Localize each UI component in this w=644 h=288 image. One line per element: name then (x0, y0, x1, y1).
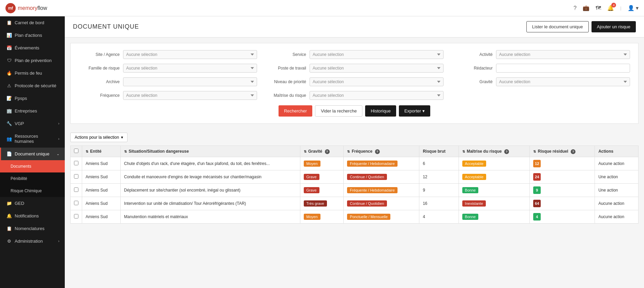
residuel-badge: 24 (533, 173, 541, 181)
search-button[interactable]: Rechercher (279, 105, 312, 117)
gravite-control: Aucune sélection (496, 77, 630, 86)
sidebar-item-label: Plan d'actions (15, 33, 42, 38)
cell-gravite: Moyen (300, 210, 344, 224)
sort-residuel-icon: ⇅ (533, 150, 536, 153)
sidebar-item-label: Administration (15, 239, 43, 244)
row-checkbox[interactable] (74, 214, 78, 218)
col-gravite-label: Gravité (308, 149, 322, 154)
sidebar-item-penibilite[interactable]: Pénibilité (0, 172, 65, 185)
bell-icon[interactable]: 🔔 4 (607, 5, 614, 11)
cell-situation: Chute d'objets d'un rack, d'une étagère,… (120, 157, 300, 170)
redacteur-control (496, 64, 630, 73)
cell-entite: Amiens Sud (82, 184, 121, 197)
cell-actions: Aucune action (595, 197, 639, 210)
select-all-header[interactable] (71, 146, 82, 157)
filter-activite: Activité Aucune sélection (452, 50, 630, 59)
cell-situation: Déplacement sur site/chantier (sol encom… (120, 184, 300, 197)
cell-actions: Une action (595, 170, 639, 184)
maitrise-control: Aucune sélection (310, 91, 444, 100)
logo[interactable]: mf memoryflow (5, 3, 47, 13)
redacteur-input[interactable] (496, 64, 630, 73)
col-actions: Actions (595, 146, 639, 157)
sort-situation-icon: ⇅ (124, 150, 127, 153)
residuel-badge: 4 (533, 213, 541, 221)
sidebar-item-plan-prevention[interactable]: 🛡 Plan de prévention (0, 54, 65, 67)
archive-select[interactable]: Oui Non (123, 77, 257, 86)
map-icon[interactable]: 🗺 (596, 5, 601, 11)
select-all-checkbox[interactable] (74, 149, 78, 153)
sidebar-item-administration[interactable]: ⚙ Administration › (0, 235, 65, 247)
sidebar-item-protocole-securite[interactable]: ⚠ Protocole de sécurité (0, 79, 65, 92)
sidebar-item-notifications[interactable]: 🔔 Notifications (0, 210, 65, 222)
maitrise-select[interactable]: Aucune sélection (310, 91, 444, 100)
sidebar-item-label: Carnet de bord (15, 20, 44, 25)
sort-freq-icon: ⇅ (347, 150, 350, 153)
residuel-badge: 64 (533, 200, 541, 207)
document-chevron: ⌄ (57, 152, 59, 156)
entreprises-icon: 🏢 (6, 108, 12, 113)
sidebar-item-risque-chimique[interactable]: Risque Chimique (0, 185, 65, 197)
col-entite[interactable]: ⇅ Entité (82, 146, 121, 157)
user-icon[interactable]: 👤 ▾ (628, 5, 639, 11)
history-button[interactable]: Historique (365, 105, 396, 117)
frequence-select[interactable]: Aucune sélection (123, 91, 257, 100)
briefcase-icon[interactable]: 💼 (583, 5, 589, 11)
col-situation-label: Situation/Situation dangereuse (129, 149, 189, 154)
sidebar-item-vgp[interactable]: 🔧 VGP › (0, 117, 65, 130)
filter-famille: Famille de risque Aucune sélection (79, 64, 257, 73)
activite-select[interactable]: Aucune sélection (496, 50, 630, 59)
sidebar-item-documents[interactable]: Documents (0, 160, 65, 172)
filter-priorite: Niveau de priorité Aucune sélection (265, 77, 444, 86)
sidebar-item-permis-feu[interactable]: 🔥 Permis de feu (0, 67, 65, 79)
actions-select-button[interactable]: Actions pour la sélection ▾ (70, 133, 128, 142)
filter-actions: Rechercher Vider la recherche Historique… (79, 105, 630, 117)
sidebar-item-ged[interactable]: 📁 GED (0, 197, 65, 210)
gravite-select[interactable]: Aucune sélection (496, 77, 630, 86)
priorite-select[interactable]: Aucune sélection (310, 77, 444, 86)
list-document-button[interactable]: Lister le document unique (526, 21, 589, 32)
cell-risque-residuel: 12 (530, 157, 595, 170)
prevention-icon: 🛡 (6, 58, 12, 63)
row-checkbox[interactable] (74, 174, 78, 179)
sidebar-item-nomenclatures[interactable]: 📋 Nomenclatures (0, 222, 65, 235)
add-risk-button[interactable]: Ajouter un risque (591, 21, 636, 32)
clear-search-button[interactable]: Vider la recherche (315, 105, 362, 117)
service-select[interactable]: Aucune sélection (310, 50, 444, 59)
activite-label: Activité (452, 52, 493, 57)
col-situation[interactable]: ⇅ Situation/Situation dangereuse (120, 146, 300, 157)
filter-grid: Site / Agence Aucune sélection Service A… (79, 50, 630, 100)
activite-control: Aucune sélection (496, 50, 630, 59)
col-maitrise[interactable]: ⇅ Maîtrise du risque ? (459, 146, 530, 157)
help-icon[interactable]: ? (573, 5, 576, 11)
col-gravite[interactable]: ⇅ Gravité ? (300, 146, 344, 157)
cell-maitrise: Acceptable (459, 157, 530, 170)
export-button[interactable]: Exporter ▾ (399, 105, 430, 117)
col-frequence[interactable]: ⇅ Fréquence ? (344, 146, 419, 157)
sidebar-item-ressources-humaines[interactable]: 👥 Ressources humaines › (0, 130, 65, 148)
sidebar-item-document-unique[interactable]: 📄 Document unique ⌄ (0, 148, 65, 160)
sidebar-item-ppsps[interactable]: 📝 Ppsps (0, 92, 65, 105)
sidebar-item-entreprises[interactable]: 🏢 Entreprises (0, 105, 65, 117)
poste-select[interactable]: Aucune sélection (310, 64, 444, 73)
col-risque-residuel[interactable]: ⇅ Risque résiduel ? (530, 146, 595, 157)
row-checkbox[interactable] (74, 201, 78, 205)
ged-icon: 📁 (6, 201, 12, 206)
site-select[interactable]: Aucune sélection (123, 50, 257, 59)
sort-maitrise-icon: ⇅ (462, 150, 465, 153)
help-residuel-icon: ? (571, 149, 575, 154)
sidebar-item-evenements[interactable]: 📅 Événements (0, 42, 65, 54)
row-checkbox-cell (71, 157, 82, 170)
cell-actions: Aucune action (595, 157, 639, 170)
sidebar-item-plan-actions[interactable]: 📊 Plan d'actions (0, 29, 65, 42)
cell-gravite: Moyen (300, 157, 344, 170)
plan-actions-icon: 📊 (6, 33, 12, 38)
actions-select-label: Actions pour la sélection (75, 135, 119, 140)
sidebar-item-carnet-de-bord[interactable]: 📋 Carnet de bord (0, 16, 65, 29)
famille-label: Famille de risque (79, 66, 120, 71)
table-row: Amiens Sud Déplacement sur site/chantier… (71, 184, 639, 197)
frequence-badge: Fréquente / Hebdomadaire (347, 161, 397, 167)
row-checkbox[interactable] (74, 187, 78, 192)
row-checkbox[interactable] (74, 161, 78, 165)
famille-select[interactable]: Aucune sélection (123, 64, 257, 73)
cell-frequence: Continue / Quotidien (344, 197, 419, 210)
